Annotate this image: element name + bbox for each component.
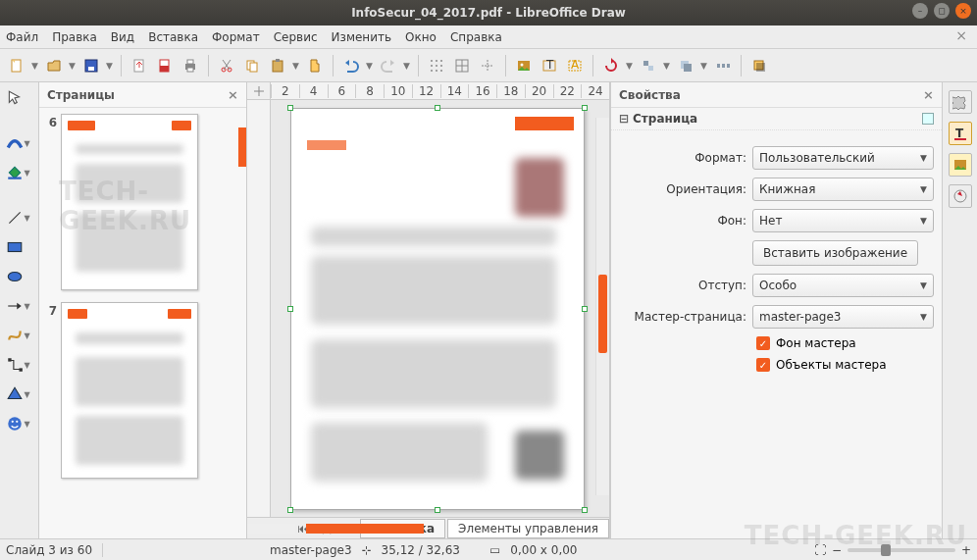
properties-title: Свойства bbox=[619, 88, 681, 102]
basic-shapes-icon[interactable]: ▼ bbox=[6, 384, 33, 404]
zoom-in-icon[interactable]: + bbox=[961, 543, 971, 557]
fill-color-icon[interactable]: ▼ bbox=[6, 163, 33, 182]
vertical-scrollbar[interactable] bbox=[595, 118, 609, 495]
master-page-select[interactable]: master-page3▼ bbox=[752, 305, 934, 329]
rectangle-tool-icon[interactable] bbox=[6, 237, 33, 257]
new-icon[interactable] bbox=[6, 55, 27, 76]
dropdown-icon[interactable]: ▼ bbox=[626, 61, 634, 71]
menu-edit[interactable]: Правка bbox=[52, 30, 97, 44]
canvas[interactable] bbox=[271, 100, 609, 517]
svg-rect-2 bbox=[88, 67, 94, 71]
panel-close-icon[interactable]: × bbox=[228, 87, 238, 102]
copy-icon[interactable] bbox=[241, 55, 263, 76]
maximize-button[interactable]: ◻ bbox=[934, 3, 950, 19]
horizontal-scrollbar[interactable] bbox=[247, 524, 295, 534]
dropdown-icon[interactable]: ▼ bbox=[366, 61, 374, 71]
paste-icon[interactable] bbox=[267, 55, 288, 76]
symbol-shapes-icon[interactable]: ▼ bbox=[6, 414, 33, 433]
svg-point-17 bbox=[440, 60, 442, 62]
undo-icon[interactable] bbox=[340, 55, 362, 76]
svg-point-49 bbox=[16, 421, 18, 423]
orientation-select[interactable]: Книжная▼ bbox=[752, 178, 934, 201]
insert-image-button[interactable]: Вставить изображение bbox=[752, 240, 918, 266]
fontwork-icon[interactable]: A bbox=[564, 55, 586, 76]
collapse-icon[interactable]: ⊟ bbox=[619, 112, 629, 126]
styles-tab-icon[interactable]: T bbox=[949, 122, 972, 145]
master-background-checkbox[interactable]: ✓Фон мастера bbox=[756, 336, 856, 350]
pages-panel: Страницы × 6 7 bbox=[39, 82, 247, 538]
dropdown-icon[interactable]: ▼ bbox=[663, 61, 671, 71]
pages-panel-title: Страницы bbox=[47, 88, 115, 102]
line-color-icon[interactable]: ▼ bbox=[6, 133, 33, 153]
menu-window[interactable]: Окно bbox=[405, 30, 437, 44]
vertical-ruler[interactable] bbox=[247, 100, 271, 517]
distribute-icon[interactable] bbox=[712, 55, 734, 76]
connector-tool-icon[interactable]: ▼ bbox=[6, 355, 33, 375]
dropdown-icon[interactable]: ▼ bbox=[106, 61, 114, 71]
menu-modify[interactable]: Изменить bbox=[332, 30, 392, 44]
gallery-tab-icon[interactable] bbox=[949, 153, 972, 177]
menu-insert[interactable]: Вставка bbox=[148, 30, 198, 44]
text-box-icon[interactable]: T bbox=[539, 55, 560, 76]
navigator-tab-icon[interactable] bbox=[949, 184, 972, 208]
zoom-slider[interactable] bbox=[848, 548, 955, 552]
ellipse-tool-icon[interactable] bbox=[6, 267, 33, 286]
master-objects-checkbox[interactable]: ✓Объекты мастера bbox=[756, 358, 887, 372]
clone-format-icon[interactable] bbox=[304, 55, 326, 76]
minimize-button[interactable]: – bbox=[912, 3, 928, 19]
zoom-out-icon[interactable]: − bbox=[832, 543, 842, 557]
status-slide: Слайд 3 из 60 bbox=[6, 543, 92, 557]
dropdown-icon[interactable]: ▼ bbox=[700, 61, 708, 71]
svg-rect-36 bbox=[722, 64, 725, 68]
arrow-tool-icon[interactable]: ▼ bbox=[6, 296, 33, 316]
menu-tools[interactable]: Сервис bbox=[274, 30, 318, 44]
snap-guides-icon[interactable] bbox=[451, 55, 473, 76]
fit-page-icon[interactable]: ⛶ bbox=[814, 543, 826, 557]
line-tool-icon[interactable]: ▼ bbox=[6, 208, 33, 228]
horizontal-ruler[interactable]: 24681012141618202224 bbox=[271, 82, 609, 100]
menu-view[interactable]: Вид bbox=[111, 30, 134, 44]
select-tool-icon[interactable] bbox=[6, 88, 33, 108]
menu-format[interactable]: Формат bbox=[212, 30, 260, 44]
export-icon[interactable] bbox=[129, 55, 150, 76]
export-pdf-icon[interactable] bbox=[154, 55, 176, 76]
tab-controls[interactable]: Элементы управления bbox=[447, 519, 609, 538]
menu-help[interactable]: Справка bbox=[450, 30, 502, 44]
align-icon[interactable] bbox=[638, 55, 659, 76]
page[interactable] bbox=[290, 108, 585, 510]
close-doc-tab-icon[interactable]: × bbox=[955, 27, 967, 43]
more-options-icon[interactable] bbox=[922, 113, 934, 125]
panel-close-icon[interactable]: × bbox=[923, 87, 934, 102]
open-icon[interactable] bbox=[43, 55, 65, 76]
svg-rect-32 bbox=[648, 66, 653, 71]
dropdown-icon[interactable]: ▼ bbox=[292, 61, 300, 71]
properties-tab-icon[interactable] bbox=[949, 90, 972, 114]
helplines-icon[interactable] bbox=[477, 55, 498, 76]
arrange-icon[interactable] bbox=[675, 55, 696, 76]
section-page-title: Страница bbox=[633, 112, 697, 126]
position-icon: ⊹ bbox=[362, 543, 372, 557]
svg-point-48 bbox=[11, 421, 13, 423]
margin-select[interactable]: Особо▼ bbox=[752, 274, 934, 297]
svg-point-16 bbox=[436, 60, 437, 62]
dropdown-icon[interactable]: ▼ bbox=[31, 61, 39, 71]
pages-scrollbar[interactable] bbox=[238, 127, 246, 167]
grid-icon[interactable] bbox=[426, 55, 447, 76]
background-select[interactable]: Нет▼ bbox=[752, 209, 934, 232]
dropdown-icon[interactable]: ▼ bbox=[69, 61, 77, 71]
print-icon[interactable] bbox=[180, 55, 201, 76]
insert-image-icon[interactable] bbox=[513, 55, 535, 76]
cut-icon[interactable] bbox=[216, 55, 237, 76]
page-thumbnail[interactable] bbox=[61, 114, 198, 290]
close-button[interactable]: × bbox=[955, 3, 971, 19]
shadow-icon[interactable] bbox=[748, 55, 770, 76]
save-icon[interactable] bbox=[80, 55, 102, 76]
format-select[interactable]: Пользовательский▼ bbox=[752, 146, 934, 170]
page-thumbnail[interactable] bbox=[61, 302, 198, 479]
rotate-icon[interactable] bbox=[600, 55, 622, 76]
dropdown-icon[interactable]: ▼ bbox=[403, 61, 411, 71]
menu-file[interactable]: Файл bbox=[6, 30, 38, 44]
curve-tool-icon[interactable]: ▼ bbox=[6, 326, 33, 345]
redo-icon[interactable] bbox=[378, 55, 399, 76]
svg-point-23 bbox=[440, 70, 442, 72]
